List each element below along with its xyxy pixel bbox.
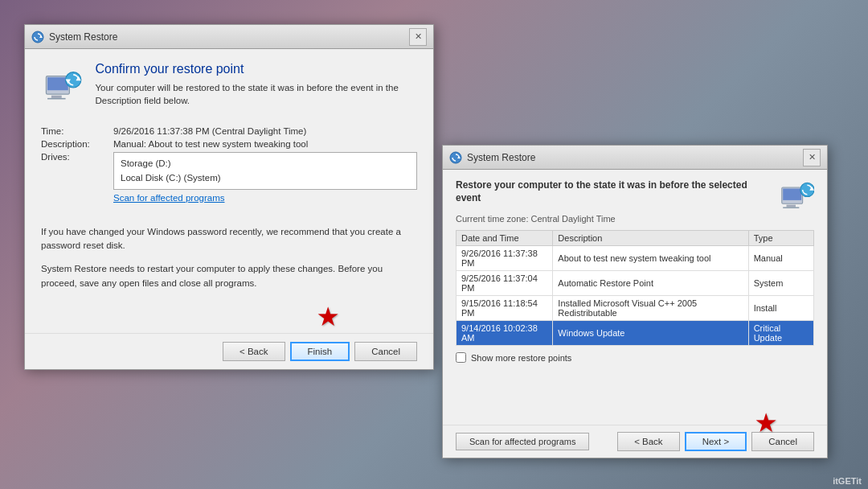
drive2: Local Disk (C:) (System) [121,171,410,185]
restore-list-window: System Restore ✕ Restore your computer t… [442,145,828,458]
scan-affected-link[interactable]: Scan for affected programs [113,193,417,203]
show-more-checkbox[interactable] [456,352,466,363]
drive1: Storage (D:) [121,156,410,171]
col-description: Description [553,231,748,246]
svg-rect-12 [783,189,801,200]
cancel-button[interactable]: Cancel [354,342,417,361]
svg-rect-4 [51,96,62,98]
titlebar-left: System Restore [31,31,117,43]
row4-type: Critical Update [748,321,813,346]
row3-desc: Installed Microsoft Visual C++ 2005 Redi… [553,296,748,321]
col-type: Type [748,231,813,246]
table-row[interactable]: 9/26/2016 11:37:38 PM About to test new … [457,246,814,271]
window1-button-row: < Back Finish Cancel [25,333,433,369]
row1-date: 9/26/2016 11:37:38 PM [457,246,553,271]
svg-rect-14 [783,208,799,208]
window2-header-area: Restore your computer to the state it wa… [456,179,814,204]
scan-affected-button[interactable]: Scan for affected programs [456,433,589,450]
col-date: Date and Time [457,231,553,246]
restore-info-grid: Time: 9/26/2016 11:37:38 PM (Central Day… [41,126,417,216]
drives-label: Drives: [41,152,113,216]
table-header: Date and Time Description Type [457,231,814,246]
window2-titlebar: System Restore ✕ [443,146,827,170]
window1-header-text: Confirm your restore point Your computer… [95,62,417,107]
row4-desc: Windows Update [553,321,748,346]
row1-type: Manual [748,246,813,271]
window2-restore-icon [777,179,814,216]
window1-titlebar: System Restore ✕ [25,25,433,49]
time-value: 9/26/2016 11:37:38 PM (Central Daylight … [113,126,417,136]
row2-type: System [748,271,813,296]
table-body: 9/26/2016 11:37:38 PM About to test new … [457,246,814,346]
drives-container: Storage (D:) Local Disk (C:) (System) Sc… [113,152,417,216]
restart-warning: System Restore needs to restart your com… [41,262,417,290]
window2-title: System Restore [467,152,535,163]
row3-date: 9/15/2016 11:18:54 PM [457,296,553,321]
description-value: Manual: About to test new system tweakin… [113,139,417,149]
table-row[interactable]: 9/15/2016 11:18:54 PM Installed Microsof… [457,296,814,321]
window2-button-row: Scan for affected programs < Back Next >… [443,425,827,458]
svg-rect-3 [47,77,68,90]
restore-icon-large [41,62,82,113]
window2-close-button[interactable]: ✕ [803,149,821,166]
show-more-row: Show more restore points [456,352,814,363]
window1-close-button[interactable]: ✕ [409,28,427,46]
system-restore-icon-small [31,31,44,43]
table-row[interactable]: 9/25/2016 11:37:04 PM Automatic Restore … [457,271,814,296]
back-button[interactable]: < Back [223,342,285,361]
window1-title: System Restore [49,31,117,43]
window2-body: Restore your computer to the state it wa… [443,170,827,379]
window1-heading: Confirm your restore point [95,62,417,76]
row3-type: Install [748,296,813,321]
watermark: itGETit [833,476,862,486]
back-button-2[interactable]: < Back [617,432,679,451]
window1-subtitle: Your computer will be restored to the st… [95,81,417,107]
window1-body: Confirm your restore point Your computer… [25,49,433,313]
svg-rect-13 [787,205,796,208]
table-row-selected[interactable]: 9/14/2016 10:02:38 AM Windows Update Cri… [457,321,814,346]
restore-points-table: Date and Time Description Type 9/26/2016… [456,230,814,346]
table-header-row: Date and Time Description Type [457,231,814,246]
password-warning: If you have changed your Windows passwor… [41,225,417,253]
nav-buttons: < Back Next > Cancel [617,432,814,451]
finish-button[interactable]: Finish [290,342,350,361]
row2-date: 9/25/2016 11:37:04 PM [457,271,553,296]
time-label: Time: [41,126,113,136]
window2-heading: Restore your computer to the state it wa… [456,179,814,204]
row1-desc: About to test new system tweaking tool [553,246,748,271]
cancel-button-2[interactable]: Cancel [751,432,814,451]
confirm-restore-window: System Restore ✕ Confirm your restore po… [24,24,434,370]
system-restore-icon-small-2 [449,151,462,164]
timezone-label: Current time zone: Central Daylight Time [456,214,814,224]
row4-date: 9/14/2016 10:02:38 AM [457,321,553,346]
titlebar2-left: System Restore [449,151,535,164]
description-label: Description: [41,139,113,149]
next-button[interactable]: Next > [685,432,747,451]
drives-box: Storage (D:) Local Disk (C:) (System) [113,152,417,190]
window1-header-section: Confirm your restore point Your computer… [41,62,417,113]
svg-rect-5 [47,98,66,100]
show-more-label: Show more restore points [471,353,571,363]
row2-desc: Automatic Restore Point [553,271,748,296]
